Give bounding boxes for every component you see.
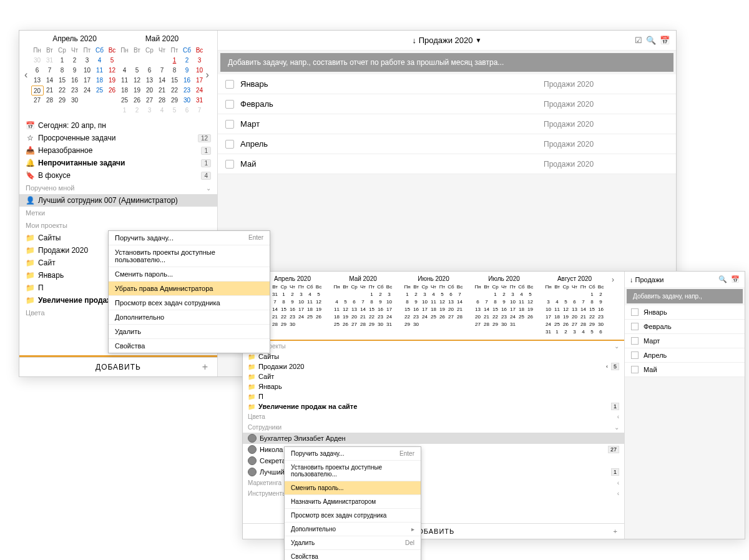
nav-focus[interactable]: 🔖В фокусе4	[19, 169, 217, 182]
calendar-day[interactable]: 1	[588, 291, 597, 298]
calendar-day[interactable]: 28	[359, 321, 368, 328]
calendar-day[interactable]: 6	[474, 298, 482, 306]
calendar-day[interactable]: 29	[56, 96, 69, 106]
calendar-day[interactable]: 24	[509, 313, 517, 321]
calendar-day[interactable]: 1	[491, 291, 500, 298]
calendar-day[interactable]: 2	[131, 106, 144, 115]
calendar-day[interactable]: 3	[570, 328, 579, 336]
task-row[interactable]: МартПродажи 2020	[218, 114, 676, 134]
calendar-day[interactable]: 18	[517, 306, 526, 313]
calendar-day[interactable]: 24	[193, 86, 206, 96]
calendar-day[interactable]: 21	[156, 86, 169, 96]
calendar-day[interactable]: 11	[429, 298, 438, 306]
project-item[interactable]: 📁Сайты	[243, 351, 624, 361]
calendar-day[interactable]: 19	[315, 306, 323, 313]
calendar-day[interactable]: 13	[570, 306, 579, 313]
calendar-day[interactable]: 5	[438, 291, 447, 298]
nav-inbox[interactable]: 📥Неразобранное1	[19, 144, 217, 157]
calendar-day[interactable]: 23	[181, 86, 193, 96]
calendar-day[interactable]: 4	[429, 291, 438, 298]
calendar-day[interactable]: 28	[156, 96, 169, 106]
calendar-day[interactable]: 25	[333, 321, 341, 328]
calendar-day[interactable]: 17	[81, 76, 94, 86]
title-text[interactable]: ↓ Продажи 2020	[413, 36, 473, 45]
calendar-day[interactable]: 30	[181, 96, 193, 106]
calendar-day[interactable]	[562, 291, 570, 298]
menu-item[interactable]: Назначить Администратором	[285, 495, 421, 509]
calendar-day[interactable]: 14	[156, 76, 169, 86]
calendar-day[interactable]: 12	[341, 306, 350, 313]
calendar-day[interactable]: 14	[482, 306, 491, 313]
calendar-day[interactable]: 11	[553, 306, 562, 313]
calendar-day[interactable]: 22	[491, 313, 500, 321]
calendar-day[interactable]: 25	[94, 86, 106, 96]
calendar-day[interactable]	[359, 291, 368, 298]
calendar-day[interactable]: 4	[306, 291, 315, 298]
menu-item[interactable]: Поручить задачу...Enter	[109, 231, 270, 245]
calendar-day[interactable]: 2	[288, 291, 297, 298]
checkbox[interactable]	[225, 100, 234, 109]
calendar-day[interactable]: 31	[193, 96, 206, 106]
calendar-day[interactable]: 8	[403, 298, 412, 306]
calendar-day[interactable]: 30	[597, 321, 605, 328]
menu-item[interactable]: Поручить задачу...Enter	[285, 447, 421, 461]
calendar-day[interactable]: 20	[350, 313, 359, 321]
calendar-day[interactable]: 27	[31, 96, 44, 106]
calendar-day[interactable]: 15	[280, 306, 288, 313]
calendar-day[interactable]: 5	[341, 298, 350, 306]
calendar-day[interactable]: 8	[588, 298, 597, 306]
calendar-day[interactable]: 23	[500, 313, 509, 321]
task-row[interactable]: Январь	[625, 305, 745, 320]
calendar-day[interactable]: 13	[31, 76, 44, 86]
add-task-input[interactable]: Добавить задачу, напр., составить отчет …	[220, 53, 673, 72]
calendar-day[interactable]	[156, 56, 169, 66]
calendar-day[interactable]: 2	[181, 56, 193, 66]
calendar-day[interactable]: 21	[44, 86, 56, 96]
project-item[interactable]: 📁Увеличение продаж на сайте1	[243, 401, 624, 411]
calendar-day[interactable]: 28	[271, 321, 280, 328]
calendar-day[interactable]: 2	[69, 56, 81, 66]
calendar-day[interactable]	[144, 56, 156, 66]
prev-month-icon[interactable]: ‹	[24, 69, 31, 81]
calendar-day[interactable]	[131, 56, 144, 66]
calendar-day[interactable]: 3	[421, 291, 429, 298]
calendar-day[interactable]: 16	[288, 306, 297, 313]
nav-employee[interactable]: 👤Лучший сотрудник 007 (Администратор)	[19, 194, 217, 207]
calendar-day[interactable]: 12	[106, 66, 119, 76]
menu-item[interactable]: Сменить пароль...	[109, 267, 270, 282]
calendar-day[interactable]: 9	[69, 66, 81, 76]
calendar-day[interactable]: 17	[421, 306, 429, 313]
calendar-day[interactable]: 4	[333, 298, 341, 306]
menu-item[interactable]: Убрать права Администратора	[109, 282, 270, 296]
calendar-day[interactable]: 2	[597, 291, 605, 298]
calendar-day[interactable]: 29	[588, 321, 597, 328]
checkbox[interactable]	[225, 120, 234, 129]
calendar-day[interactable]: 15	[56, 76, 69, 86]
calendar-day[interactable]: 9	[288, 298, 297, 306]
calendar-day[interactable]: 11	[333, 306, 341, 313]
checkbox[interactable]	[225, 140, 234, 149]
calendar-day[interactable]: 12	[315, 298, 323, 306]
calendar-day[interactable]	[119, 56, 131, 66]
calendar-day[interactable]: 3	[81, 56, 94, 66]
calendar-day[interactable]: 31	[271, 291, 280, 298]
section-delegated[interactable]: Поручено мной⌄	[19, 182, 217, 194]
calendar-day[interactable]: 18	[553, 313, 562, 321]
calendar-day[interactable]: 17	[544, 313, 553, 321]
calendar-day[interactable]: 7	[271, 298, 280, 306]
calendar-day[interactable]: 22	[588, 313, 597, 321]
calendar-day[interactable]: 9	[181, 66, 193, 76]
calendar-day[interactable]	[474, 291, 482, 298]
calendar-day[interactable]: 10	[193, 66, 206, 76]
next-month-icon[interactable]: ›	[206, 69, 213, 81]
calendar-day[interactable]: 8	[368, 298, 376, 306]
calendar-day[interactable]: 28	[579, 321, 588, 328]
calendar-day[interactable]: 30	[31, 56, 44, 66]
calendar-day[interactable]: 1	[553, 328, 562, 336]
calendar-day[interactable]: 31	[385, 321, 394, 328]
calendar-day[interactable]: 24	[421, 313, 429, 321]
calendar-day[interactable]: 29	[280, 321, 288, 328]
project-item[interactable]: 📁Январь	[243, 381, 624, 391]
calendar-day[interactable]: 25	[517, 313, 526, 321]
calendar-day[interactable]: 14	[359, 306, 368, 313]
